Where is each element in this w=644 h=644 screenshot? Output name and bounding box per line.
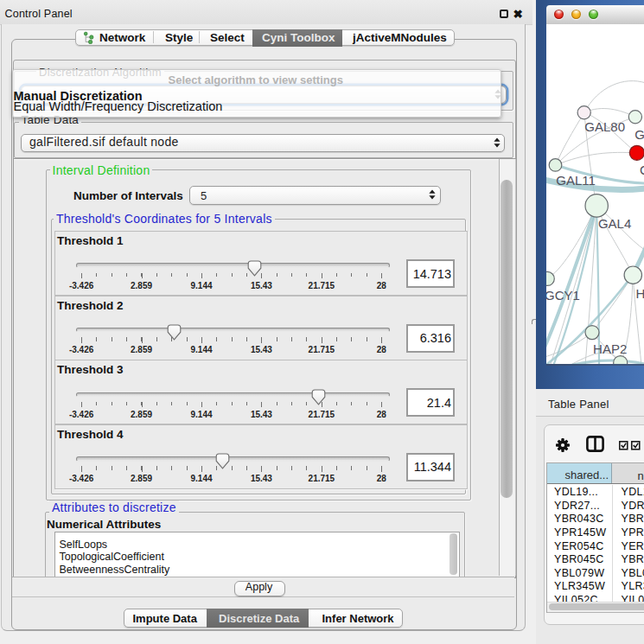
svg-text:HAP2: HAP2 — [593, 341, 627, 355]
svg-text:H: H — [636, 286, 644, 301]
svg-text:GCY1: GCY1 — [546, 287, 580, 302]
svg-text:GAL11: GAL11 — [556, 173, 596, 188]
svg-text:CY: CY — [640, 162, 644, 176]
svg-text:GA: GA — [634, 126, 644, 141]
svg-text:GAL4: GAL4 — [598, 216, 631, 231]
svg-text:GAL80: GAL80 — [584, 119, 625, 134]
